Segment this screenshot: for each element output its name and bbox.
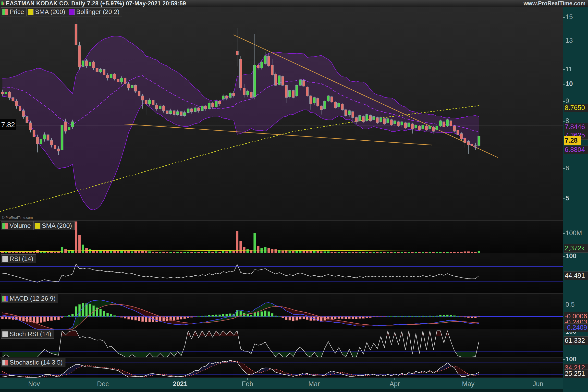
time-axis-label: Apr [390,380,400,388]
legend-macd[interactable]: MACD (12 26 9) [1,294,58,303]
chart-canvas[interactable] [0,0,588,392]
panel-separator[interactable] [0,293,563,294]
prorealtime-window: EASTMAN KODAK CO. Daily 7.28 (+5.97%) 07… [0,0,588,392]
brand-url: www.ProRealTime.com [524,0,586,7]
legend-price[interactable]: Price [1,7,27,16]
price-swatch-icon [2,9,8,15]
last-price-label: 7.28 [564,136,581,145]
stochrsi-swatch-icon [2,331,8,337]
time-axis-label: Jun [533,380,544,388]
legend-stochastic[interactable]: Stochastic (14 3 5) [1,358,66,367]
indicator-value-label: 61.332 [564,336,588,345]
legend-bollinger[interactable]: Bollinger (20 2) [68,7,122,16]
time-axis-label: Feb [242,380,253,388]
bollinger-swatch-icon [69,9,75,15]
axis-tick-label: 13 [566,37,573,44]
panel-separator[interactable] [0,254,563,254]
macd-swatch-icon [2,296,8,302]
volume-sma-swatch-icon [34,223,40,229]
panel-separator[interactable] [0,220,563,221]
axis-tick-label: 10 [566,80,573,88]
axis-tick-label: 0.5 [566,301,575,308]
axis-tick-label: 11 [566,66,572,73]
time-axis-label: 2021 [173,380,188,388]
time-axis-label: Mar [308,380,320,388]
legend-rsi[interactable]: RSI (14) [1,254,36,264]
axis-tick-label: 15 [566,13,573,21]
indicator-value-label: 8.7650 [564,104,588,112]
time-axis-label: May [462,380,474,388]
rsi-legend: RSI (14) [1,254,36,264]
axis-tick-label: 100 [566,356,576,363]
panel-separator[interactable] [0,357,563,358]
volume-swatch-icon [2,223,8,229]
indicator-value-label: -0.2409 [564,324,588,332]
legend-volume-sma[interactable]: SMA (200) [33,221,75,230]
indicator-value-label: 6.8804 [564,146,588,154]
sma-swatch-icon [28,9,34,15]
indicator-value-label: 7.8446 [564,123,588,131]
candlestick-icon [2,2,4,6]
indicator-value-label: 2,372k [564,244,588,252]
rsi-swatch-icon [2,256,8,262]
axis-tick-label: 100M [566,229,582,237]
indicator-value-label: 25.251 [564,370,588,378]
legend-stochrsi[interactable]: Stoch RSI (14) [1,330,54,338]
stochastic-legend: Stochastic (14 3 5) [1,358,65,367]
title-bar: EASTMAN KODAK CO. Daily 7.28 (+5.97%) 07… [0,0,588,7]
time-axis-label: Nov [28,380,40,388]
price-legend: Price SMA (200) Bollinger (20 2) [1,7,122,16]
stochastic-swatch-icon [2,360,8,366]
indicator-value-label: 44.491 [564,272,588,280]
legend-sma200[interactable]: SMA (200) [26,7,68,16]
hline-price-label[interactable]: 7.82 [0,119,16,130]
panel-separator [0,378,563,378]
time-axis-label: Dec [97,380,109,388]
axis-tick-label: 100 [566,252,576,260]
watermark: © ProRealTime.com [2,216,33,220]
volume-legend: Volume SMA (200) [1,221,74,230]
macd-legend: MACD (12 26 9) [1,294,58,303]
panel-separator[interactable] [0,329,563,329]
stochrsi-legend: Stoch RSI (14) [1,330,54,338]
axis-tick-label: 5 [566,194,569,202]
instrument-title: EASTMAN KODAK CO. Daily 7.28 (+5.97%) 07… [6,0,186,7]
axis-tick-label: 6 [566,164,569,172]
legend-volume[interactable]: Volume [1,221,34,230]
